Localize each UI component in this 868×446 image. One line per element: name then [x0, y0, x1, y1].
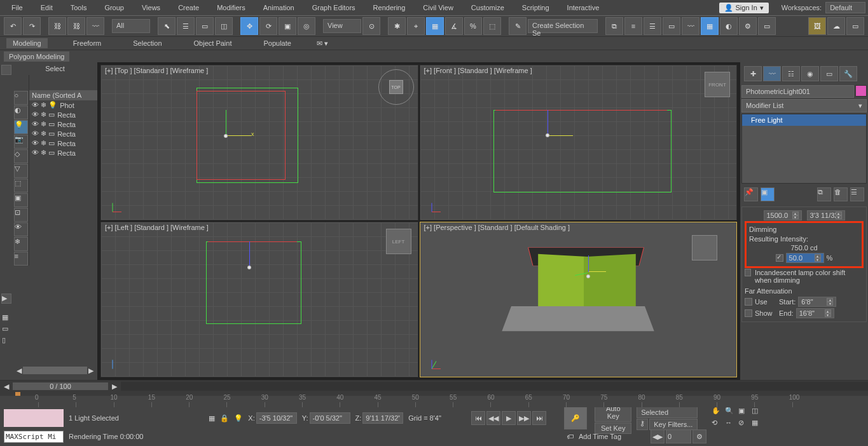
fov-button[interactable]: ◫ [752, 407, 764, 418]
dimming-pct-spinner[interactable]: ▴▾ [786, 253, 824, 263]
zoom-button[interactable]: 🔍 [725, 407, 738, 418]
slider-right-icon[interactable]: ▶ [108, 382, 121, 391]
distance-spinner[interactable]: ▴▾ [807, 210, 845, 220]
expand-button[interactable]: ▶ [1, 294, 11, 304]
play-button[interactable]: ▶ [502, 411, 516, 425]
goto-end-button[interactable]: ⏭ [532, 411, 546, 425]
placement-button[interactable]: ◎ [298, 17, 315, 35]
filter-helper[interactable]: ◇ [14, 149, 28, 163]
ribbon-freeform[interactable]: Freeform [67, 38, 108, 48]
layout-2[interactable]: ▭ [1, 324, 11, 334]
filter-bone[interactable]: ⬚ [14, 179, 28, 193]
filter-geom[interactable]: ○ [14, 91, 28, 105]
end-spinner[interactable]: ▴▾ [796, 308, 834, 318]
viewport-label[interactable]: [+] [Perspective ] [Standard ] [Default … [424, 224, 570, 231]
list-item[interactable]: 👁 ❄ ▭Recta [29, 148, 97, 158]
menu-create[interactable]: Create [169, 1, 208, 14]
snap-button[interactable]: ▦ [426, 17, 444, 35]
menu-scripting[interactable]: Scripting [513, 1, 558, 14]
pin-stack[interactable]: 📌 [744, 187, 758, 201]
viewcube[interactable] [692, 235, 717, 260]
viewport-label[interactable]: [+] [Left ] [Standard ] [Wireframe ] [105, 224, 209, 231]
scene-column-header[interactable]: Name (Sorted A [29, 90, 97, 100]
list-item[interactable]: 👁 ❄ ▭Recta [29, 119, 97, 129]
curve-editor-button[interactable]: 〰 [682, 17, 699, 35]
tag-icon[interactable]: 🏷 [567, 433, 574, 440]
configure-sets[interactable]: ☰ [850, 187, 864, 201]
render-frame-button[interactable]: ▭ [758, 17, 776, 35]
pivot-button[interactable]: ⊙ [362, 17, 380, 35]
scroll-right-icon[interactable]: ▶ [88, 367, 93, 375]
ribbon-selection[interactable]: Selection [127, 38, 168, 48]
time-config-button[interactable]: ⚙ [692, 429, 706, 443]
link-button[interactable]: ⛓ [48, 17, 66, 35]
refcoord-select[interactable]: View [323, 19, 361, 33]
menu-views[interactable]: Views [133, 1, 169, 14]
keymode-btn[interactable]: ◀▶ [651, 429, 665, 443]
ribbon-modeling[interactable]: Modeling [6, 38, 48, 48]
x-input[interactable] [256, 412, 297, 424]
keymode-select[interactable]: Selected [637, 407, 698, 418]
filter-select[interactable]: All [112, 19, 150, 33]
spinner-snap-button[interactable]: ⬚ [483, 17, 501, 35]
signin-button[interactable]: 👤 Sign In ▾ [719, 3, 769, 13]
redo-button[interactable]: ↷ [23, 17, 41, 35]
psnap-button[interactable]: % [464, 17, 482, 35]
selectname-button[interactable]: ☰ [177, 17, 195, 35]
align-button[interactable]: ≡ [624, 17, 642, 35]
bind-button[interactable]: 〰 [86, 17, 104, 35]
unlink-button[interactable]: ⛓ [67, 17, 85, 35]
lock2-icon[interactable]: 🔒 [220, 414, 229, 422]
menu-edit[interactable]: Edit [32, 1, 62, 14]
layer-button[interactable]: ☰ [644, 17, 661, 35]
setkey-button[interactable]: Set Key [595, 422, 631, 434]
menu-grapheditors[interactable]: Graph Editors [303, 1, 364, 14]
rotate-button[interactable]: ⟳ [259, 17, 277, 35]
create-tab[interactable]: ✚ [744, 66, 762, 81]
lock-icon[interactable]: ▦ [209, 414, 215, 422]
filter-shape[interactable]: ◐ [14, 105, 28, 119]
mail-icon[interactable]: ✉ ▾ [317, 39, 328, 48]
undo-button[interactable]: ↶ [4, 17, 22, 35]
incandescent-checkbox[interactable] [745, 269, 751, 276]
menu-rendering[interactable]: Rendering [364, 1, 415, 14]
hierarchy-tab[interactable]: ☷ [782, 66, 800, 81]
asnap-button[interactable]: ∡ [445, 17, 463, 35]
menu-modifiers[interactable]: Modifiers [208, 1, 254, 14]
filter-all[interactable]: ≡ [14, 252, 28, 266]
show-checkbox[interactable] [745, 309, 752, 317]
menu-animation[interactable]: Animation [254, 1, 303, 14]
menu-file[interactable]: File [3, 1, 32, 14]
maxscript-input[interactable] [4, 431, 64, 443]
next-frame-button[interactable]: ▶▶ [517, 411, 531, 425]
named-sel-select[interactable]: Create Selection Se [528, 19, 598, 33]
color-swatch[interactable] [855, 85, 867, 97]
ribbon-objectpaint[interactable]: Object Paint [188, 38, 238, 48]
viewcube[interactable]: TOP [378, 69, 414, 105]
stack-item-free-light[interactable]: Free Light [742, 114, 866, 126]
filter-xref[interactable]: ⊡ [14, 208, 28, 222]
named-sel-button[interactable]: ✎ [509, 17, 527, 35]
rect-select-button[interactable]: ▭ [196, 17, 214, 35]
keyfilter-icon[interactable]: ⚷ [637, 419, 648, 430]
render-gallery-button[interactable]: ▭ [846, 17, 864, 35]
layout-1[interactable]: ▦ [1, 313, 11, 323]
prev-frame-button[interactable]: ◀◀ [486, 411, 500, 425]
dock-btn-1[interactable] [1, 65, 11, 75]
current-frame-input[interactable] [666, 429, 691, 443]
time-slider[interactable] [121, 382, 868, 391]
viewcube[interactable]: FRONT [705, 72, 730, 97]
pan-button[interactable]: ✋ [712, 407, 724, 418]
mirror-button[interactable]: ⧉ [605, 17, 623, 35]
menu-civilview[interactable]: Civil View [414, 1, 462, 14]
viewport-left[interactable]: [+] [Left ] [Standard ] [Wireframe ] LEF… [100, 222, 418, 377]
modify-tab[interactable]: 〰 [763, 66, 781, 81]
utilities-tab[interactable]: 🔧 [839, 66, 857, 81]
slider-left-icon[interactable]: ◀ [0, 382, 13, 391]
move-button[interactable]: ✥ [240, 17, 258, 35]
remove-mod[interactable]: 🗑 [834, 187, 848, 201]
select-button[interactable]: ⬉ [158, 17, 176, 35]
material-editor-button[interactable]: ◐ [720, 17, 738, 35]
make-unique[interactable]: ⧉ [817, 187, 831, 201]
use-checkbox[interactable] [745, 298, 752, 306]
